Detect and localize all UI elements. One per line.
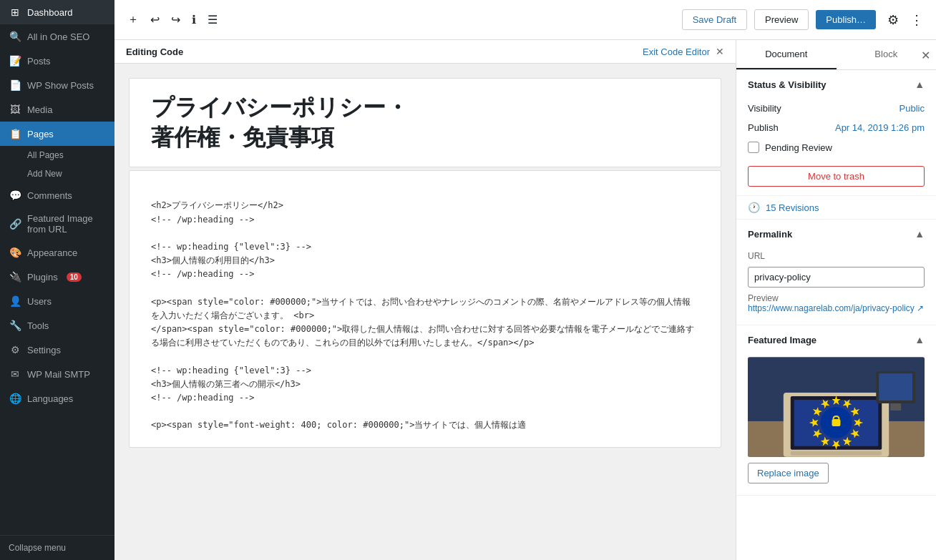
info-icon: ℹ (192, 13, 196, 26)
sidebar-item-posts[interactable]: 📝 Posts (0, 49, 114, 73)
permalink-preview: Preview https://www.nagarelab.com/ja/pri… (736, 290, 936, 319)
dashboard-icon: ⊞ (9, 6, 21, 19)
exit-code-editor-label: Exit Code Editor (643, 46, 710, 57)
panel-scroll[interactable]: Status & Visibility ▲ Visibility Public … (736, 70, 936, 560)
toolbar: ＋ ↩ ↪ ℹ ☰ Save Draft Preview Publish… ⚙ … (114, 0, 936, 40)
page-title: プライバシーポリシー・著作権・免責事項 (151, 93, 699, 152)
options-button[interactable]: ☰ (203, 9, 222, 31)
tab-document[interactable]: Document (736, 40, 837, 69)
kebab-button[interactable]: ⋮ (906, 8, 927, 32)
posts-icon: 📝 (9, 54, 21, 67)
sidebar-item-label: Pages (27, 129, 54, 139)
svg-rect-22 (890, 403, 901, 411)
revisions-label: 15 Revisions (766, 202, 819, 213)
panel-tabs: Document Block ✕ (736, 40, 936, 70)
permalink-title: Permalink (748, 229, 792, 240)
settings-button[interactable]: ⚙ (883, 8, 903, 32)
permalink-toggle[interactable]: ▲ (915, 228, 925, 240)
preview-button[interactable]: Preview (754, 9, 809, 30)
sidebar-item-settings[interactable]: ⚙ Settings (0, 338, 114, 362)
sidebar-item-dashboard[interactable]: ⊞ Dashboard (0, 0, 114, 24)
sidebar-item-label: Dashboard (27, 7, 73, 18)
sidebar-item-appearance[interactable]: 🎨 Appearance (0, 240, 114, 265)
info-button[interactable]: ℹ (187, 9, 200, 31)
sidebar-item-label: Featured Image from URL (27, 213, 106, 235)
plugins-icon: 🔌 (9, 270, 21, 283)
editor-scroll[interactable]: プライバシーポリシー・著作権・免責事項 <h2>プライバシーポリシー</h2> … (114, 64, 736, 560)
featured-image (748, 357, 925, 457)
code-content[interactable]: <h2>プライバシーポリシー</h2> <!-- /wp:heading -->… (129, 170, 721, 447)
permalink-preview-link[interactable]: https://www.nagarelab.com/ja/privacy-pol… (748, 303, 924, 313)
sidebar-item-tools[interactable]: 🔧 Tools (0, 313, 114, 338)
sidebar-sub-add-new[interactable]: Add New (0, 164, 114, 183)
page-title-block: プライバシーポリシー・著作権・免責事項 (129, 78, 721, 167)
status-visibility-header: Status & Visibility ▲ (736, 70, 936, 99)
sidebar-item-languages[interactable]: 🌐 Languages (0, 386, 114, 411)
revisions-section: 🕐 15 Revisions (736, 196, 936, 220)
visibility-value[interactable]: Public (900, 103, 925, 114)
replace-image-button[interactable]: Replace image (748, 463, 829, 483)
seo-icon: 🔍 (9, 30, 21, 43)
permalink-input[interactable] (748, 267, 925, 288)
collapse-menu-label: Collapse menu (9, 543, 66, 553)
main-area: ＋ ↩ ↪ ℹ ☰ Save Draft Preview Publish… ⚙ … (114, 0, 936, 560)
svg-rect-18 (832, 419, 841, 426)
code-editor-header: Editing Code Exit Code Editor ✕ (114, 40, 736, 64)
sidebar-item-label: Languages (27, 393, 73, 404)
sidebar-item-pages[interactable]: 📋 Pages (0, 122, 114, 146)
svg-rect-21 (879, 373, 912, 401)
right-panel: Document Block ✕ Status & Visibility ▲ V… (736, 40, 936, 560)
options-icon: ☰ (208, 13, 218, 26)
settings-sidebar-icon: ⚙ (9, 343, 21, 356)
pending-review-label: Pending Review (765, 142, 832, 153)
panel-close-button[interactable]: ✕ (921, 48, 930, 62)
revisions-row[interactable]: 🕐 15 Revisions (736, 196, 936, 219)
permalink-section: Permalink ▲ URL Preview https://www.naga… (736, 220, 936, 325)
comments-icon: 💬 (9, 189, 21, 202)
sidebar-item-users[interactable]: 👤 Users (0, 289, 114, 313)
collapse-menu[interactable]: Collapse menu (0, 535, 114, 560)
sidebar-item-label: Tools (27, 320, 49, 331)
undo-icon: ↩ (150, 13, 160, 26)
sidebar-sub-all-pages[interactable]: All Pages (0, 146, 114, 164)
add-block-button[interactable]: ＋ (123, 8, 143, 31)
sidebar-item-comments[interactable]: 💬 Comments (0, 183, 114, 207)
sidebar-item-plugins[interactable]: 🔌 Plugins 10 (0, 265, 114, 289)
sidebar-item-label: WP Mail SMTP (27, 369, 90, 380)
featured-image-header: Featured Image ▲ (736, 325, 936, 354)
permalink-header: Permalink ▲ (736, 220, 936, 248)
editor-area: Editing Code Exit Code Editor ✕ プライバシーポリ… (114, 40, 736, 560)
sidebar-item-media[interactable]: 🖼 Media (0, 97, 114, 122)
move-to-trash-button[interactable]: Move to trash (748, 166, 925, 187)
pending-review-row: Pending Review (736, 137, 936, 162)
redo-button[interactable]: ↪ (167, 9, 185, 31)
sidebar-item-label: Comments (27, 190, 72, 201)
sidebar-item-label: Plugins (27, 272, 58, 283)
users-icon: 👤 (9, 295, 21, 308)
svg-rect-19 (791, 451, 882, 456)
sidebar-item-wp-mail-smtp[interactable]: ✉ WP Mail SMTP (0, 362, 114, 386)
sidebar-item-label: Media (27, 104, 52, 115)
exit-code-editor-button[interactable]: Exit Code Editor ✕ (643, 46, 724, 57)
redo-icon: ↪ (171, 13, 180, 26)
sidebar-item-all-in-one-seo[interactable]: 🔍 All in One SEO (0, 24, 114, 49)
sidebar-item-label: Users (27, 296, 52, 307)
tools-icon: 🔧 (9, 319, 21, 332)
add-icon: ＋ (127, 12, 139, 27)
plugins-badge: 10 (67, 272, 82, 282)
undo-button[interactable]: ↩ (146, 9, 164, 31)
status-visibility-section: Status & Visibility ▲ Visibility Public … (736, 70, 936, 196)
status-visibility-toggle[interactable]: ▲ (915, 79, 925, 90)
featured-image-toggle[interactable]: ▲ (915, 334, 925, 345)
publish-button[interactable]: Publish… (816, 10, 876, 29)
pending-review-checkbox[interactable] (748, 142, 759, 153)
close-icon[interactable]: ✕ (716, 46, 724, 57)
sidebar-item-wp-show-posts[interactable]: 📄 WP Show Posts (0, 73, 114, 97)
sidebar-item-featured-image-from-url[interactable]: 🔗 Featured Image from URL (0, 207, 114, 240)
wp-show-posts-icon: 📄 (9, 79, 21, 92)
featured-image-container (748, 357, 925, 457)
url-label: URL (736, 248, 936, 264)
publish-value[interactable]: Apr 14, 2019 1:26 pm (835, 122, 925, 133)
save-draft-button[interactable]: Save Draft (682, 9, 747, 30)
code-editor-title: Editing Code (126, 46, 183, 57)
